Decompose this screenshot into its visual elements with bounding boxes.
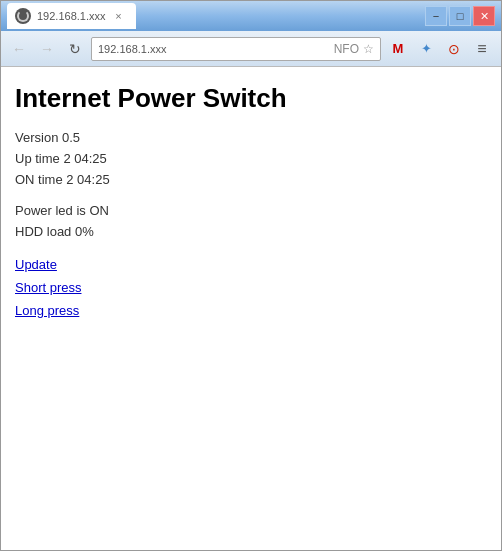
extension-icon[interactable]: ✦: [413, 36, 439, 62]
close-button[interactable]: ✕: [473, 6, 495, 26]
power-led-text: Power led is ON: [15, 203, 487, 218]
update-link[interactable]: Update: [15, 257, 487, 272]
hdd-load-text: HDD load 0%: [15, 224, 487, 239]
version-text: Version 0.5: [15, 130, 487, 145]
opera-icon[interactable]: ⊙: [441, 36, 467, 62]
refresh-button[interactable]: ↻: [63, 37, 87, 61]
window-controls: − □ ✕: [425, 6, 495, 26]
browser-tab[interactable]: 192.168.1.xxx ×: [7, 3, 136, 29]
long-press-link[interactable]: Long press: [15, 303, 487, 318]
navigation-bar: ← → ↻ 192.168.1.xxx NFO ☆ M ✦ ⊙ ≡: [1, 31, 501, 67]
tab-close-button[interactable]: ×: [112, 9, 126, 23]
bookmark-star-icon: ☆: [363, 42, 374, 56]
address-icons: NFO ☆: [334, 42, 374, 56]
ontime-text: ON time 2 04:25: [15, 172, 487, 187]
minimize-button[interactable]: −: [425, 6, 447, 26]
title-bar: 192.168.1.xxx × − □ ✕: [1, 1, 501, 31]
tab-favicon: [15, 8, 31, 24]
menu-button[interactable]: ≡: [469, 36, 495, 62]
address-text: 192.168.1.xxx: [98, 43, 330, 55]
gmail-icon[interactable]: M: [385, 36, 411, 62]
maximize-button[interactable]: □: [449, 6, 471, 26]
forward-button[interactable]: →: [35, 37, 59, 61]
page-title: Internet Power Switch: [15, 83, 487, 114]
tab-title: 192.168.1.xxx: [37, 10, 106, 22]
uptime-text: Up time 2 04:25: [15, 151, 487, 166]
short-press-link[interactable]: Short press: [15, 280, 487, 295]
address-bar[interactable]: 192.168.1.xxx NFO ☆: [91, 37, 381, 61]
browser-window: 192.168.1.xxx × − □ ✕ ← → ↻ 192.168.1.xx…: [0, 0, 502, 551]
address-info-icon: NFO: [334, 42, 359, 56]
link-group: Update Short press Long press: [15, 257, 487, 318]
title-bar-left: 192.168.1.xxx ×: [7, 3, 425, 29]
back-button[interactable]: ←: [7, 37, 31, 61]
nav-right-icons: M ✦ ⊙ ≡: [385, 36, 495, 62]
page-content: Internet Power Switch Version 0.5 Up tim…: [1, 67, 501, 550]
